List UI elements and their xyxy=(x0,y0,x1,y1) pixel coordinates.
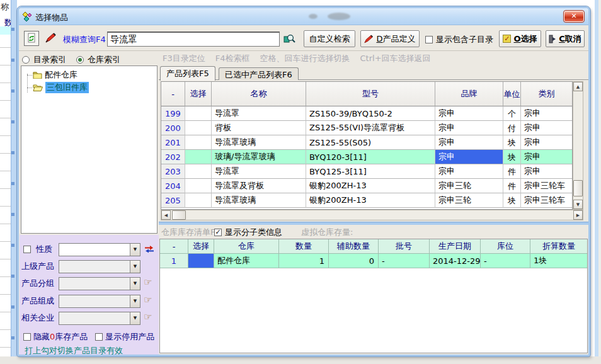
hand-pointer-icon[interactable]: ☞ xyxy=(144,294,152,305)
show-disabled-checkbox[interactable] xyxy=(95,333,103,341)
cell-conv-qty[interactable]: 1块 xyxy=(530,254,587,268)
cell-brand[interactable]: 宗申 xyxy=(435,164,503,179)
scroll-right-icon[interactable]: ▶ xyxy=(573,210,583,220)
warehouse-index-radio[interactable] xyxy=(76,56,84,64)
tab-product-list[interactable]: 产品列表F5 xyxy=(160,66,215,81)
cell-brand-selected[interactable]: 宗申 xyxy=(435,150,503,164)
table-row[interactable]: 199 导流罩 ZS150-39/BYQ150-2 宗申 个 宗申 xyxy=(161,106,572,121)
nature-checkbox[interactable] xyxy=(23,246,31,253)
product-define-button[interactable]: D产品定义 xyxy=(360,30,420,47)
swap-arrows-icon[interactable] xyxy=(144,245,155,253)
chevron-down-icon[interactable]: ▼ xyxy=(130,295,140,307)
cell-name[interactable]: 导流罩 xyxy=(212,164,306,179)
chevron-down-icon[interactable]: ▼ xyxy=(130,244,140,256)
cell-warehouse[interactable]: 配件仓库 xyxy=(214,254,279,268)
table-row-active[interactable]: 202 玻璃/导流罩玻璃 BYQ120-3[11] 宗申 块 宗申 xyxy=(161,150,572,164)
cell-name[interactable]: 背板 xyxy=(212,121,306,135)
cell-category[interactable]: 宗申 xyxy=(521,121,572,135)
chevron-down-icon[interactable]: ▼ xyxy=(130,312,140,324)
cell-unit[interactable]: 付 xyxy=(503,121,521,135)
search-button[interactable] xyxy=(283,32,300,46)
cell-batch[interactable]: - xyxy=(379,254,430,268)
cell-unit[interactable]: 块 xyxy=(503,135,521,150)
cell-id[interactable]: 200 xyxy=(161,121,185,135)
chevron-down-icon[interactable]: ▼ xyxy=(130,278,140,290)
close-button[interactable]: ✕ xyxy=(564,11,584,22)
cell-id[interactable]: 202 xyxy=(161,150,185,164)
scroll-left-icon[interactable]: ◀ xyxy=(161,210,171,220)
cell-category[interactable]: 宗申 xyxy=(521,106,572,121)
cell-name[interactable]: 导流罩玻璃 xyxy=(212,193,306,208)
cell-select[interactable] xyxy=(185,150,212,164)
cell-location[interactable]: - xyxy=(481,254,530,268)
tree-item-parts-warehouse[interactable]: 配件仓库 xyxy=(21,69,157,81)
cell-category[interactable]: 宗申三轮车 xyxy=(521,193,572,208)
cell-brand[interactable]: 宗申 xyxy=(435,106,503,121)
inventory-row[interactable]: 1 配件仓库 1 0 - 2014-12-29 - 1块 xyxy=(160,254,587,268)
hide-zero-stock-checkbox[interactable] xyxy=(23,333,31,341)
cell-unit[interactable]: 件 xyxy=(503,164,521,179)
vertical-scrollbar[interactable]: ▲ ▼ xyxy=(573,81,583,210)
cell-model[interactable]: ZS150-39/BYQ150-2 xyxy=(306,106,435,121)
horizontal-scroll-thumb[interactable] xyxy=(172,210,186,220)
cell-id[interactable]: 205 xyxy=(161,193,185,208)
product-compose-combobox[interactable]: ▼ xyxy=(59,295,140,308)
cell-id[interactable]: 201 xyxy=(161,135,185,150)
cell-id[interactable]: 204 xyxy=(161,179,185,193)
cell-unit[interactable]: 个 xyxy=(503,106,521,121)
cell-select-selected[interactable] xyxy=(188,254,214,268)
cell-brand[interactable]: 宗申 xyxy=(435,121,503,135)
hand-pointer-icon[interactable]: ☞ xyxy=(144,311,152,322)
cell-unit[interactable]: 块 xyxy=(503,193,521,208)
horizontal-scrollbar[interactable]: ◀ ▶ xyxy=(161,210,583,220)
hand-pointer-icon[interactable]: ☞ xyxy=(144,276,152,288)
cell-category[interactable]: 宗申 xyxy=(521,150,572,164)
cell-name[interactable]: 玻璃/导流罩玻璃 xyxy=(212,150,306,164)
cell-brand[interactable]: 宗申 xyxy=(435,135,503,150)
cell-model[interactable]: 银豹200ZH-13 xyxy=(306,179,435,193)
table-row[interactable]: 203 导流罩 BYQ125-3[11] 宗申 件 宗申 xyxy=(161,164,572,179)
show-subclass-option[interactable]: ✓ 显示分子类信息 xyxy=(214,227,282,238)
cell-unit[interactable]: 件 xyxy=(503,179,521,193)
cell-select[interactable] xyxy=(185,164,212,179)
cell-name[interactable]: 导流罩玻璃 xyxy=(212,135,306,150)
table-row[interactable]: 204 导流罩及背板 银豹200ZH-13 宗申三轮 件 宗申三轮车 xyxy=(161,179,572,193)
cell-select[interactable] xyxy=(185,135,212,150)
chevron-down-icon[interactable]: ▼ xyxy=(130,261,140,273)
cell-id[interactable]: 203 xyxy=(161,164,185,179)
cell-model[interactable]: ZS125-55(VI)导流罩背板 xyxy=(306,121,435,135)
scroll-up-icon[interactable]: ▲ xyxy=(573,82,583,91)
cell-qty[interactable]: 1 xyxy=(279,254,329,268)
parent-product-combobox[interactable]: ▼ xyxy=(59,260,140,273)
scroll-down-icon[interactable]: ▼ xyxy=(573,200,583,209)
cell-model[interactable]: 银豹200ZH-13 xyxy=(306,193,435,208)
cell-category[interactable]: 宗申三轮车 xyxy=(521,179,572,193)
fuzzy-query-input[interactable] xyxy=(107,31,280,47)
table-row[interactable]: 200 背板 ZS125-55(VI)导流罩背板 宗申 付 宗申 xyxy=(161,121,572,135)
cell-unit[interactable]: 块 xyxy=(503,150,521,164)
nature-combobox[interactable]: ▼ xyxy=(59,243,140,256)
tab-selected-products[interactable]: 已选中产品列表F6 xyxy=(219,67,299,80)
title-bar[interactable]: 选择物品 ✕ xyxy=(19,8,588,25)
vertical-scroll-thumb[interactable] xyxy=(573,180,583,196)
cell-aux-qty[interactable]: 0 xyxy=(329,254,379,268)
catalog-index-radio[interactable] xyxy=(22,56,30,64)
cell-name[interactable]: 导流罩 xyxy=(212,106,306,121)
cell-name[interactable]: 导流罩及背板 xyxy=(212,179,306,193)
tree-item-warranty-warehouse[interactable]: 三包旧件库 xyxy=(21,81,157,94)
cell-id[interactable]: 1 xyxy=(160,254,188,268)
table-row[interactable]: 201 导流罩玻璃 ZS125-55(S05) 宗申 块 宗申 xyxy=(161,135,572,150)
splitter-bar[interactable] xyxy=(159,222,588,225)
cell-date[interactable]: 2014-12-29 xyxy=(430,254,481,268)
cell-brand[interactable]: 宗申三轮 xyxy=(435,193,503,208)
cell-select[interactable] xyxy=(185,121,212,135)
select-button[interactable]: ✓ O选择 xyxy=(499,30,541,47)
cell-category[interactable]: 宗申 xyxy=(521,135,572,150)
show-subdir-checkbox[interactable] xyxy=(425,36,433,43)
cell-select[interactable] xyxy=(185,193,212,208)
cell-select[interactable] xyxy=(185,106,212,121)
cell-id[interactable]: 199 xyxy=(161,106,185,121)
custom-search-button[interactable]: 自定义检索 xyxy=(304,30,355,47)
cancel-button[interactable]: C取消 xyxy=(546,30,585,47)
pen-icon[interactable] xyxy=(45,33,57,43)
